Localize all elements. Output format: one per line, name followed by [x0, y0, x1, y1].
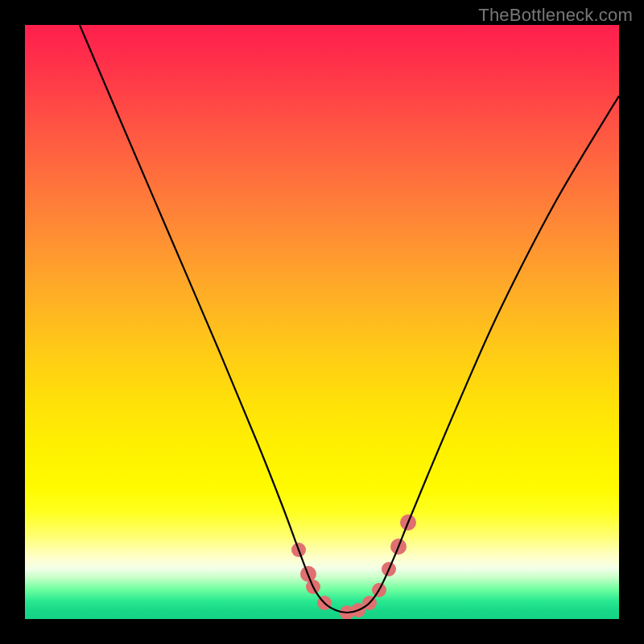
bottleneck-curve	[80, 25, 619, 613]
chart-frame: TheBottleneck.com	[0, 0, 644, 644]
plot-area	[25, 25, 619, 619]
marker-group	[291, 514, 416, 619]
curve-layer	[25, 25, 619, 619]
watermark-label: TheBottleneck.com	[478, 5, 633, 26]
